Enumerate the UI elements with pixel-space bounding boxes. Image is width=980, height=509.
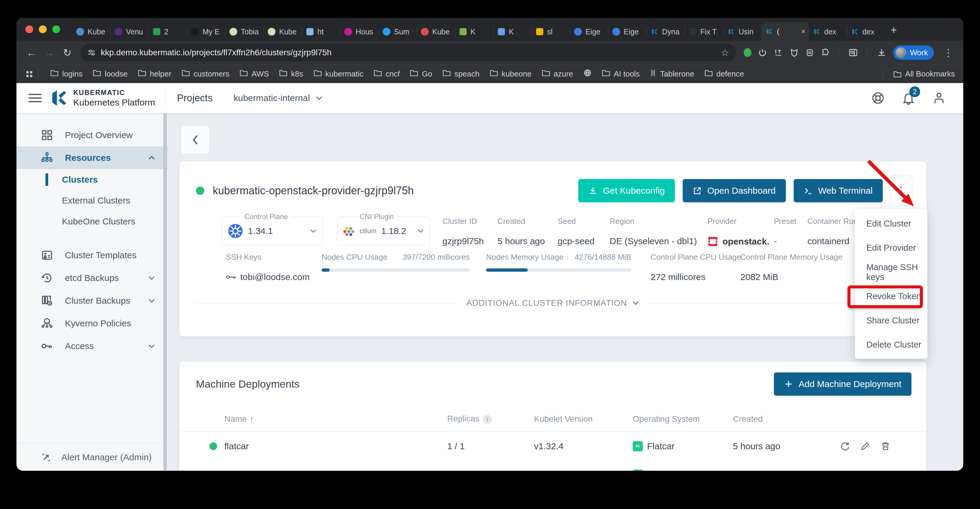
user-icon[interactable]	[932, 91, 946, 105]
restart-icon[interactable]	[840, 469, 850, 471]
bookmark-item[interactable]: AI tools	[602, 69, 640, 79]
browser-menu-icon[interactable]: ⋮	[940, 47, 956, 59]
languagetool-extension-icon[interactable]	[744, 49, 751, 57]
menu-item-manage-ssh-keys[interactable]: Manage SSH keys	[855, 260, 928, 284]
browser-tab[interactable]: Sum	[379, 23, 417, 41]
menu-item-edit-provider[interactable]: Edit Provider	[855, 236, 928, 260]
control-plane-select[interactable]: Control Plane 1.34.1	[222, 217, 323, 246]
browser-tab[interactable]: sl	[531, 23, 570, 41]
bookmark-item[interactable]: k8s	[279, 69, 303, 79]
sidebar-item-access[interactable]: Access	[16, 335, 167, 357]
url-text[interactable]: kkp.demo.kubermatic.io/projects/fl7xffn2…	[101, 48, 716, 57]
info-icon[interactable]: i	[483, 415, 492, 424]
row-name[interactable]: flatcar	[224, 441, 447, 451]
sidebar-item-kubeone-clusters[interactable]: KubeOne Clusters	[16, 211, 167, 232]
open-dashboard-button[interactable]: Open Dashboard	[682, 179, 786, 202]
cni-plugin-select[interactable]: CNI Plugin cilium 1.18.2	[337, 217, 430, 246]
extensions-puzzle-icon[interactable]	[821, 48, 830, 57]
sidebar-item-kyverno-policies[interactable]: Kyverno Policies	[16, 312, 167, 335]
bookmark-item[interactable]: azure	[542, 69, 573, 79]
sidebar-item-etcd-backups[interactable]: etcd Backups	[16, 266, 167, 289]
bookmark-item[interactable]: AWS	[240, 69, 269, 79]
bookmark-item[interactable]: Go	[410, 69, 432, 79]
table-row[interactable]: flatcar1 / 1v1.32.4FCFlatcar5 hours ago	[180, 432, 926, 460]
browser-tab[interactable]: dex	[847, 23, 885, 41]
zoom-window-button[interactable]	[52, 25, 60, 33]
address-bar[interactable]: kkp.demo.kubermatic.io/projects/fl7xffn2…	[81, 44, 736, 61]
back-icon[interactable]: ←	[24, 47, 39, 59]
browser-tab[interactable]: Usin	[723, 23, 761, 41]
menu-item-share-cluster[interactable]: Share Cluster	[855, 308, 928, 333]
bookmark-item[interactable]: cncf	[374, 69, 400, 79]
forward-icon[interactable]: →	[41, 47, 57, 59]
browser-tab[interactable]: Kube	[417, 23, 455, 41]
minimize-window-button[interactable]	[39, 25, 47, 33]
bookmark-item[interactable]: speach	[442, 69, 479, 79]
edit-icon[interactable]	[860, 441, 870, 451]
bookmark-item[interactable]: defence	[705, 69, 744, 79]
browser-tab[interactable]: Dyna	[646, 23, 685, 41]
fox-extension-icon[interactable]	[790, 48, 799, 57]
browser-tab[interactable]: Fix T	[685, 23, 723, 41]
browser-tab[interactable]: Eige	[570, 23, 608, 41]
browser-tab[interactable]: (×	[761, 22, 808, 41]
browser-tab[interactable]: Venu	[110, 23, 149, 41]
tune-icon[interactable]	[87, 48, 96, 57]
bookmark-item[interactable]: logins	[50, 69, 83, 79]
hamburger-menu-icon[interactable]	[29, 92, 41, 105]
profile-chip[interactable]: Work	[893, 46, 934, 60]
bookmark-star-icon[interactable]: ☆	[721, 47, 729, 58]
browser-tab[interactable]: K	[455, 23, 493, 41]
bookmark-item[interactable]: kubermatic	[313, 69, 363, 79]
search-side-panel-icon[interactable]	[848, 48, 858, 57]
bookmark-item[interactable]: customers	[181, 69, 229, 79]
browser-tab[interactable]: Tobia	[225, 23, 264, 41]
additional-cluster-information-toggle[interactable]: ADDITIONAL CLUSTER INFORMATION	[196, 298, 910, 308]
close-window-button[interactable]	[25, 25, 33, 33]
project-selector[interactable]: kubermatic-internal	[234, 93, 323, 103]
browser-tab[interactable]: My E	[187, 23, 225, 41]
col-created[interactable]: Created	[733, 414, 835, 424]
browser-tab[interactable]: dex	[808, 23, 847, 41]
apps-grid-icon[interactable]	[25, 70, 34, 79]
row-name[interactable]: flatcar-18-11-25	[224, 469, 447, 471]
power-extension-icon[interactable]	[758, 48, 767, 57]
delete-icon[interactable]	[880, 441, 891, 451]
browser-tab[interactable]: Kube	[72, 23, 110, 41]
browser-tab[interactable]: Kube	[264, 23, 302, 41]
reader-extension-icon[interactable]	[805, 48, 814, 57]
restart-icon[interactable]	[840, 441, 850, 451]
sidebar-item-cluster-backups[interactable]: Cluster Backups	[16, 289, 167, 312]
sidebar-scrollbar[interactable]	[163, 113, 167, 471]
sidebar-item-clusters[interactable]: Clusters	[16, 169, 167, 190]
help-lifebuoy-icon[interactable]	[871, 91, 885, 105]
col-name[interactable]: Name↑	[224, 414, 447, 424]
col-os[interactable]: Operating System	[633, 414, 733, 424]
menu-item-delete-cluster[interactable]: Delete Cluster	[855, 333, 928, 357]
bookmark-item[interactable]: Tablerone	[650, 69, 694, 79]
edit-icon[interactable]	[860, 469, 870, 471]
kubermatic-brand[interactable]: KUBERMATIC Kubernetes Platform	[50, 89, 155, 108]
browser-tab[interactable]: ht	[302, 23, 340, 41]
browser-tab[interactable]: K	[493, 23, 531, 41]
tab-close-icon[interactable]: ×	[801, 27, 806, 36]
back-to-clusters-button[interactable]	[181, 125, 209, 154]
browser-tab[interactable]: Hous	[340, 23, 379, 41]
bookmark-item[interactable]: kubeone	[490, 69, 531, 79]
sidebar-item-resources[interactable]: Resources	[16, 146, 167, 169]
sidebar-item-project-overview[interactable]: Project Overview	[16, 124, 167, 146]
sidebar-item-alert-manager[interactable]: Alert Manager (Admin)	[16, 443, 167, 471]
reload-icon[interactable]: ↻	[59, 47, 75, 59]
delete-icon[interactable]	[880, 469, 891, 471]
get-kubeconfig-button[interactable]: Get Kubeconfig	[578, 179, 675, 202]
ssh-key-name[interactable]: tobi@loodse.com	[240, 272, 310, 282]
lt-extension-icon[interactable]	[773, 48, 783, 57]
downloads-icon[interactable]	[877, 48, 887, 57]
bookmark-item[interactable]: loodse	[93, 69, 128, 79]
notifications-button[interactable]: 2	[902, 91, 915, 105]
sidebar-item-cluster-templates[interactable]: Cluster Templates	[16, 244, 167, 266]
bookmark-item[interactable]: helper	[138, 69, 172, 79]
sidebar-item-external-clusters[interactable]: External Clusters	[16, 190, 167, 211]
table-row[interactable]: flatcar-18-11-251 / 1v1.32.4FCFlatcar5 h…	[180, 460, 926, 471]
browser-tab[interactable]: 2	[149, 23, 187, 41]
